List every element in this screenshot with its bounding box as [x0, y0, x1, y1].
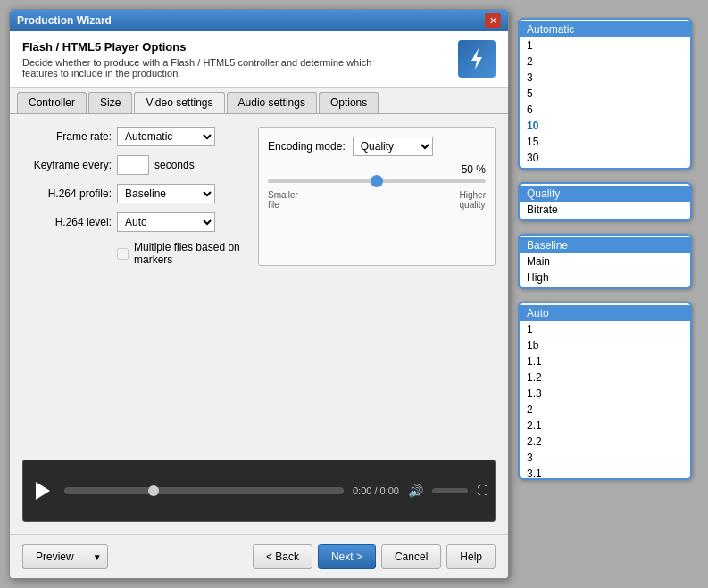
level-option-2.2[interactable]: 2.2 — [520, 434, 690, 450]
left-column: Frame rate: Automatic 1 2 3 5 6 10 15 30 — [22, 127, 240, 266]
keyframe-row: Keyframe every: 5 seconds — [22, 155, 240, 175]
encoding-mode-label: Encoding mode: — [268, 140, 346, 153]
preview-button[interactable]: Preview — [22, 544, 87, 569]
quality-slider-container — [268, 179, 486, 183]
flash-svg — [464, 46, 489, 71]
settings-grid: Frame rate: Automatic 1 2 3 5 6 10 15 30 — [22, 127, 496, 266]
frame-rate-dropdown[interactable]: Automatic 1 2 3 5 6 10 15 30 — [518, 18, 692, 170]
multiple-files-row: Multiple files based on markers — [117, 241, 240, 266]
video-settings-panel: Frame rate: Automatic 1 2 3 5 6 10 15 30 — [10, 114, 508, 447]
play-icon — [36, 482, 50, 500]
frame-rate-option-6[interactable]: 6 — [520, 102, 690, 118]
close-button[interactable]: ✕ — [485, 13, 501, 28]
h264-level-list: Auto 1 1b 1.1 1.2 1.3 2 2.1 2.2 3 3.1 3.… — [520, 303, 690, 480]
next-button[interactable]: Next > — [318, 544, 376, 569]
level-option-1[interactable]: 1 — [520, 321, 690, 337]
keyframe-label: Keyframe every: — [22, 159, 112, 171]
profile-option-baseline[interactable]: Baseline — [520, 237, 690, 253]
quality-percent-container: 50 % — [268, 163, 486, 176]
h264-profile-label: H.264 profile: — [22, 187, 112, 200]
frame-rate-option-15[interactable]: 15 — [520, 134, 690, 150]
tab-audio-settings[interactable]: Audio settings — [227, 92, 317, 113]
encoding-option-bitrate[interactable]: Bitrate — [520, 202, 690, 218]
production-wizard-dialog: Production Wizard ✕ Flash / HTML5 Player… — [9, 9, 509, 579]
level-option-1.1[interactable]: 1.1 — [520, 353, 690, 369]
video-player: 0:00 / 0:00 🔊 ⛶ — [22, 460, 496, 522]
frame-rate-row: Frame rate: Automatic 1 2 3 5 6 10 15 30 — [22, 127, 240, 146]
play-button[interactable] — [30, 478, 55, 503]
dropdowns-panel: Automatic 1 2 3 5 6 10 15 30 Quality Bit… — [518, 9, 692, 579]
tab-bar: Controller Size Video settings Audio set… — [10, 88, 508, 114]
h264-profile-list: Baseline Main High — [520, 236, 690, 287]
encoding-mode-row: Encoding mode: Quality Bitrate — [268, 137, 486, 156]
h264-level-row: H.264 level: Auto 1 1b 1.1 1.2 1.3 2 2.1… — [22, 212, 240, 232]
slider-max-label: Higherquality — [460, 190, 486, 210]
volume-bar[interactable] — [432, 488, 468, 493]
quality-percent-value: 50 % — [462, 163, 486, 176]
header-text: Flash / HTML5 Player Options Decide whet… — [22, 40, 397, 79]
tab-options[interactable]: Options — [319, 92, 379, 113]
level-option-1.3[interactable]: 1.3 — [520, 385, 690, 402]
multiple-files-checkbox[interactable] — [117, 248, 129, 260]
slider-labels: Smallerfile Higherquality — [268, 190, 486, 210]
header-description: Decide whether to produce with a Flash /… — [22, 57, 397, 79]
level-option-1b[interactable]: 1b — [520, 337, 690, 353]
time-display: 0:00 / 0:00 — [353, 485, 399, 496]
h264-level-select[interactable]: Auto 1 1b 1.1 1.2 1.3 2 2.1 2.2 3 3.1 3.… — [117, 212, 215, 232]
h264-profile-select[interactable]: Baseline Main High — [117, 184, 215, 203]
frame-rate-list: Automatic 1 2 3 5 6 10 15 30 — [520, 20, 690, 168]
frame-rate-option-5[interactable]: 5 — [520, 86, 690, 102]
flash-icon — [458, 40, 496, 78]
profile-option-high[interactable]: High — [520, 269, 690, 286]
help-button[interactable]: Help — [446, 544, 496, 569]
quality-slider-thumb[interactable] — [371, 175, 383, 187]
level-option-auto[interactable]: Auto — [520, 305, 690, 321]
back-button[interactable]: < Back — [253, 544, 312, 569]
h264-level-label: H.264 level: — [22, 216, 112, 228]
preview-split-button: Preview ▼ — [22, 544, 108, 569]
tab-video-settings[interactable]: Video settings — [134, 92, 224, 113]
frame-rate-option-2[interactable]: 2 — [520, 54, 690, 70]
fullscreen-icon[interactable]: ⛶ — [477, 484, 487, 497]
h264-profile-dropdown[interactable]: Baseline Main High — [518, 234, 692, 289]
profile-option-main[interactable]: Main — [520, 253, 690, 269]
dialog-footer: Preview ▼ < Back Next > Cancel Help — [10, 534, 508, 578]
frame-rate-select[interactable]: Automatic 1 2 3 5 6 10 15 30 — [117, 127, 215, 146]
multiple-files-label: Multiple files based on markers — [134, 241, 240, 266]
preview-dropdown-arrow[interactable]: ▼ — [87, 544, 108, 569]
level-option-3.1[interactable]: 3.1 — [520, 466, 690, 480]
level-option-2[interactable]: 2 — [520, 402, 690, 418]
right-column: Encoding mode: Quality Bitrate 50 % — [258, 127, 496, 266]
level-option-2.1[interactable]: 2.1 — [520, 418, 690, 434]
quality-slider-track[interactable] — [268, 179, 486, 183]
encoding-mode-select[interactable]: Quality Bitrate — [353, 137, 433, 156]
level-option-1.2[interactable]: 1.2 — [520, 369, 690, 385]
header-title: Flash / HTML5 Player Options — [22, 40, 397, 54]
frame-rate-option-1[interactable]: 1 — [520, 37, 690, 54]
progress-bar[interactable] — [64, 487, 344, 494]
frame-rate-option-10[interactable]: 10 — [520, 118, 690, 134]
keyframe-input[interactable]: 5 — [117, 155, 149, 175]
frame-rate-option-automatic[interactable]: Automatic — [520, 21, 690, 37]
slider-min-label: Smallerfile — [268, 190, 298, 210]
dialog-header: Flash / HTML5 Player Options Decide whet… — [10, 31, 508, 88]
dialog-title: Production Wizard — [17, 14, 112, 27]
frame-rate-label: Frame rate: — [22, 130, 112, 143]
frame-rate-option-3[interactable]: 3 — [520, 70, 690, 86]
level-option-3[interactable]: 3 — [520, 450, 690, 466]
svg-marker-0 — [471, 48, 482, 70]
tab-controller[interactable]: Controller — [17, 92, 87, 113]
h264-level-dropdown[interactable]: Auto 1 1b 1.1 1.2 1.3 2 2.1 2.2 3 3.1 3.… — [518, 302, 692, 480]
encoding-option-quality[interactable]: Quality — [520, 186, 690, 202]
encoding-mode-dropdown[interactable]: Quality Bitrate — [518, 182, 692, 221]
progress-handle[interactable] — [148, 485, 159, 496]
h264-profile-row: H.264 profile: Baseline Main High — [22, 184, 240, 203]
frame-rate-option-30[interactable]: 30 — [520, 150, 690, 166]
cancel-button[interactable]: Cancel — [381, 544, 441, 569]
keyframe-unit: seconds — [154, 159, 195, 171]
title-bar: Production Wizard ✕ — [10, 10, 508, 31]
volume-icon: 🔊 — [408, 484, 423, 498]
encoding-mode-list: Quality Bitrate — [520, 184, 690, 219]
tab-size[interactable]: Size — [88, 92, 132, 113]
